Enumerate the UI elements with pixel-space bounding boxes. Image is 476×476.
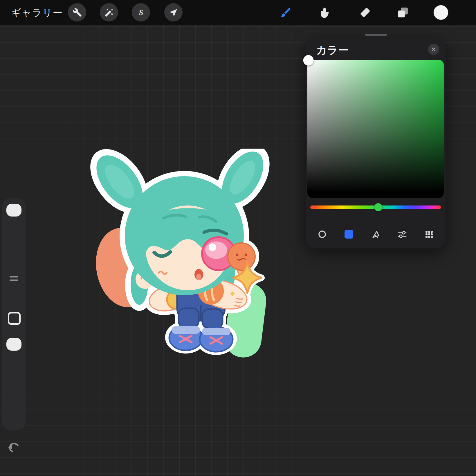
tab-palettes[interactable] <box>422 228 436 241</box>
smudge-tool-button[interactable] <box>316 4 334 21</box>
brush-sidebar[interactable] <box>2 198 26 430</box>
brush-icon <box>280 6 292 19</box>
modify-button[interactable] <box>8 312 21 325</box>
magic-wand-icon <box>104 8 114 17</box>
gallery-button[interactable]: ギャラリー <box>11 0 63 25</box>
artwork-chibi-character <box>86 149 277 358</box>
close-icon <box>431 47 436 52</box>
top-toolbar: ギャラリー S <box>0 0 476 25</box>
undo-button[interactable] <box>6 439 21 455</box>
color-panel: カラー <box>306 38 446 248</box>
harmony-mode-icon <box>371 230 380 239</box>
close-button[interactable] <box>428 44 439 55</box>
transform-button[interactable] <box>164 3 183 21</box>
tab-classic[interactable] <box>342 228 356 241</box>
saturation-brightness-picker[interactable] <box>307 60 444 198</box>
selection-button[interactable]: S <box>132 3 150 21</box>
selection-s-icon: S <box>136 7 146 18</box>
tab-disc[interactable] <box>315 228 329 241</box>
eraser-icon <box>359 6 371 19</box>
svg-text:S: S <box>139 8 143 17</box>
opacity-slider-thumb[interactable] <box>6 338 21 351</box>
tab-value[interactable] <box>396 228 409 241</box>
picker-cursor[interactable] <box>303 55 314 66</box>
sidebar-grip-handle[interactable] <box>10 276 18 281</box>
undo-arrow-icon <box>6 440 21 455</box>
erase-tool-button[interactable] <box>356 4 374 21</box>
grip-line <box>10 280 18 281</box>
palettes-mode-icon <box>424 230 434 239</box>
transform-arrow-icon <box>169 8 178 17</box>
paint-tool-button[interactable] <box>277 4 295 21</box>
color-swatch-button[interactable] <box>434 5 448 20</box>
hue-slider-thumb[interactable] <box>374 203 382 211</box>
brush-size-slider-thumb[interactable] <box>6 204 21 217</box>
smudge-finger-icon <box>319 6 331 19</box>
classic-mode-icon <box>345 230 353 239</box>
tab-harmony[interactable] <box>369 228 382 241</box>
wrench-icon <box>73 8 82 17</box>
disc-mode-icon <box>318 230 327 239</box>
actions-button[interactable] <box>68 3 86 21</box>
adjustments-button[interactable] <box>100 3 118 21</box>
layers-button[interactable] <box>394 4 412 21</box>
color-panel-drag-handle[interactable] <box>365 34 387 36</box>
grip-line <box>10 276 18 277</box>
color-panel-title: カラー <box>316 43 349 57</box>
color-mode-tabs <box>306 225 446 243</box>
layers-icon <box>396 6 409 19</box>
value-mode-icon <box>397 229 407 239</box>
hue-slider[interactable] <box>310 205 441 209</box>
